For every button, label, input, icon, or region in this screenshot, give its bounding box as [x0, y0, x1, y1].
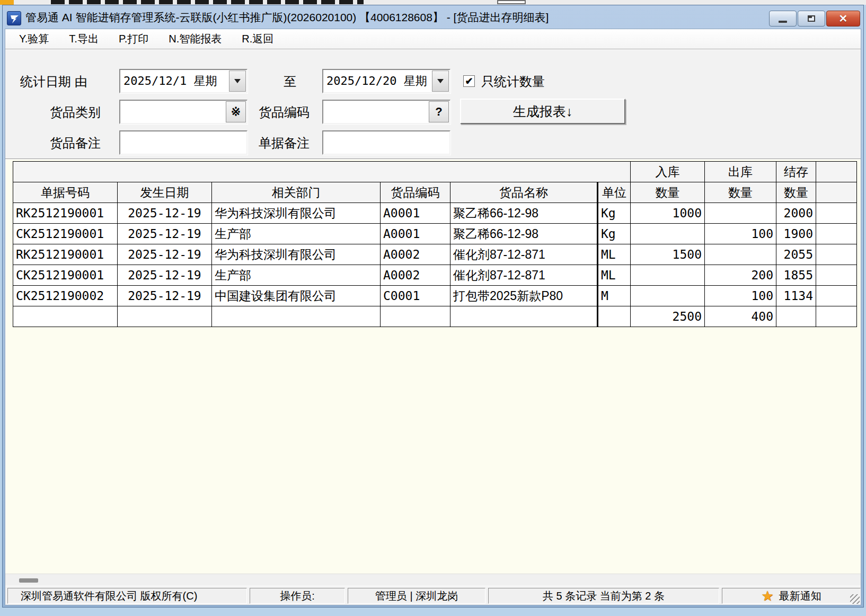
close-icon: ✕ — [839, 13, 848, 24]
table-cell: 华为科技深圳有限公司 — [212, 244, 381, 265]
table-row[interactable]: RK25121900012025-12-19华为科技深圳有限公司A0002催化剂… — [13, 244, 857, 265]
table-cell: A0001 — [381, 224, 450, 244]
code-input[interactable]: ? — [322, 100, 450, 124]
doc-note-label: 单据备注 — [259, 135, 310, 152]
totals-out-qty: 400 — [705, 306, 776, 327]
table-cell-stub — [816, 265, 857, 286]
totals-cell — [450, 306, 598, 327]
menu-item-verify[interactable]: Y.验算 — [19, 32, 49, 46]
table-cell: 100 — [705, 224, 776, 244]
date-from-dropdown-button[interactable] — [229, 71, 246, 92]
restore-button[interactable] — [798, 11, 825, 27]
table-row[interactable]: RK25121900012025-12-19华为科技深圳有限公司A0001聚乙稀… — [13, 203, 857, 224]
table-cell: A0001 — [381, 203, 450, 224]
col-header-date[interactable]: 发生日期 — [118, 182, 212, 203]
table-cell-stub — [816, 244, 857, 265]
table-cell: CK2512190001 — [13, 224, 118, 244]
col-header-item-name[interactable]: 货品名称 — [450, 182, 598, 203]
table-cell-stub — [816, 203, 857, 224]
totals-cell — [212, 306, 381, 327]
app-icon — [7, 11, 21, 25]
date-to-label: 至 — [284, 73, 296, 90]
status-notice-panel[interactable]: ★ 最新通知 — [722, 588, 861, 604]
col-header-balance-qty[interactable]: 数量 — [776, 182, 816, 203]
status-notice-label[interactable]: 最新通知 — [779, 589, 821, 603]
menu-item-export[interactable]: T.导出 — [69, 32, 99, 46]
col-header-unit[interactable]: 单位 — [598, 182, 631, 203]
background-window-control-fragment — [497, 0, 526, 4]
client-area: Y.验算 T.导出 P.打印 N.智能报表 R.返回 统计日期 由 2025/1… — [5, 29, 861, 605]
qty-only-checkbox[interactable]: ✔ — [463, 75, 475, 87]
date-to-combobox[interactable]: 2025/12/20 星期 — [322, 69, 450, 93]
close-button[interactable]: ✕ — [826, 11, 860, 27]
item-note-value — [120, 131, 246, 154]
col-header-doc-no[interactable]: 单据号码 — [13, 182, 118, 203]
totals-cell — [13, 306, 118, 327]
group-header-out: 出库 — [705, 162, 776, 182]
table-cell: M — [598, 286, 631, 306]
item-note-label: 货品备注 — [50, 135, 101, 152]
group-header-in: 入库 — [631, 162, 705, 182]
resize-grip-icon[interactable] — [850, 594, 860, 604]
horizontal-scrollbar-thumb[interactable] — [19, 578, 38, 583]
title-bar[interactable]: 管易通 AI 智能进销存管理系统-云联版(小红书推广版)(2026020100)… — [5, 5, 861, 29]
table-row[interactable]: CK25121900012025-12-19生产部A0002催化剂87-12-8… — [13, 265, 857, 286]
code-lookup-button[interactable]: ? — [429, 101, 449, 122]
table-cell-stub — [816, 224, 857, 244]
table-cell: 1000 — [631, 203, 705, 224]
category-label: 货品类别 — [50, 104, 101, 121]
category-input[interactable]: ※ — [119, 100, 248, 124]
col-header-item-code[interactable]: 货品编码 — [381, 182, 450, 203]
table-cell: Kg — [598, 203, 631, 224]
item-note-input[interactable] — [119, 130, 248, 155]
col-header-department[interactable]: 相关部门 — [212, 182, 381, 203]
date-from-value: 2025/12/1 星期 — [120, 70, 228, 92]
table-row[interactable]: CK25121900022025-12-19中国建设集团有限公司C0001打包带… — [13, 286, 857, 306]
generate-report-label: 生成报表↓ — [513, 103, 573, 120]
report-table-body: RK25121900012025-12-19华为科技深圳有限公司A0001聚乙稀… — [13, 203, 857, 306]
menu-item-print[interactable]: P.打印 — [119, 32, 148, 46]
status-copyright: 深圳管易通软件有限公司 版权所有(C) — [7, 588, 247, 604]
menu-item-return[interactable]: R.返回 — [242, 32, 273, 46]
col-header-stub — [816, 182, 857, 203]
col-header-in-qty[interactable]: 数量 — [631, 182, 705, 203]
category-value — [120, 101, 225, 123]
table-cell: ML — [598, 244, 631, 265]
table-cell: CK2512190001 — [13, 265, 118, 286]
doc-note-input[interactable] — [322, 130, 450, 155]
category-lookup-button[interactable]: ※ — [226, 101, 246, 122]
menu-item-smart-report[interactable]: N.智能报表 — [169, 32, 222, 46]
background-window-edge — [0, 0, 866, 5]
table-cell: 2025-12-19 — [118, 265, 212, 286]
table-cell: 2000 — [776, 203, 816, 224]
date-from-combobox[interactable]: 2025/12/1 星期 — [119, 69, 248, 93]
minimize-button[interactable] — [769, 11, 797, 27]
column-header-row: 单据号码 发生日期 相关部门 货品编码 货品名称 单位 数量 数量 数量 — [13, 182, 857, 203]
doc-note-value — [323, 131, 449, 154]
group-header-row: 入库 出库 结存 — [13, 162, 857, 182]
asterisk-lookup-icon: ※ — [231, 105, 241, 119]
table-row[interactable]: CK25121900012025-12-19生产部A0001聚乙稀66-12-9… — [13, 224, 857, 244]
generate-report-button[interactable]: 生成报表↓ — [460, 99, 625, 124]
col-header-out-qty[interactable]: 数量 — [705, 182, 776, 203]
table-cell: 生产部 — [212, 224, 381, 244]
table-cell: 100 — [705, 286, 776, 306]
table-cell: 1855 — [776, 265, 816, 286]
menu-bar: Y.验算 T.导出 P.打印 N.智能报表 R.返回 — [5, 29, 861, 49]
table-cell — [631, 224, 705, 244]
table-cell: 催化剂87-12-871 — [450, 244, 598, 265]
date-to-value: 2025/12/20 星期 — [323, 70, 431, 92]
filter-panel: 统计日期 由 2025/12/1 星期 至 2025/12/20 星期 ✔ 只统… — [5, 49, 861, 159]
table-cell: ML — [598, 265, 631, 286]
code-value — [323, 101, 428, 123]
qty-only-label[interactable]: 只统计数量 — [481, 73, 545, 90]
date-to-dropdown-button[interactable] — [432, 71, 449, 92]
table-cell: 中国建设集团有限公司 — [212, 286, 381, 306]
status-record-info: 共 5 条记录 当前为第 2 条 — [488, 588, 719, 604]
horizontal-scrollbar[interactable] — [5, 574, 861, 586]
totals-row: 2500 400 — [13, 306, 857, 327]
background-window-corner — [0, 0, 14, 5]
checkmark-icon: ✔ — [465, 75, 473, 87]
app-window: 管易通 AI 智能进销存管理系统-云联版(小红书推广版)(2026020100)… — [2, 5, 864, 608]
report-area: 入库 出库 结存 单据号码 发生日期 相关部门 货品编码 货品名称 单位 数量 … — [5, 159, 861, 574]
